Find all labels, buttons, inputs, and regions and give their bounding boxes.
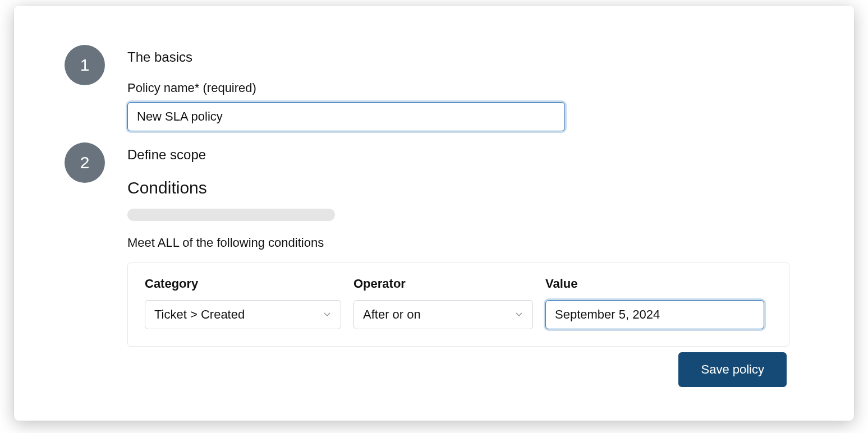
category-select[interactable]: Ticket > Created — [145, 300, 341, 329]
policy-name-input[interactable] — [127, 102, 565, 131]
category-header: Category — [145, 277, 341, 291]
step-basics: 1 The basics Policy name* (required) — [65, 45, 815, 131]
operator-header: Operator — [353, 277, 533, 291]
operator-select[interactable]: After or on — [353, 300, 533, 329]
step-2-body: Define scope Conditions Meet ALL of the … — [127, 142, 815, 347]
category-select-value: Ticket > Created — [154, 307, 245, 322]
condition-operator-column: Operator After or on — [353, 277, 533, 329]
operator-select-value: After or on — [363, 307, 421, 322]
condition-value-column: Value — [545, 277, 764, 329]
step-1-circle: 1 — [65, 45, 105, 85]
step-2-title: Define scope — [127, 147, 815, 163]
chevron-down-icon — [323, 310, 332, 320]
step-2-circle: 2 — [65, 142, 105, 183]
policy-name-label: Policy name* (required) — [127, 81, 815, 95]
condition-category-column: Category Ticket > Created — [145, 277, 341, 329]
save-policy-label: Save policy — [701, 362, 764, 376]
policy-form-page: 1 The basics Policy name* (required) 2 D… — [14, 6, 854, 421]
step-1-number: 1 — [80, 56, 90, 75]
step-1-indicator: 1 — [65, 45, 105, 85]
step-2-number: 2 — [80, 153, 90, 172]
step-scope: 2 Define scope Conditions Meet ALL of th… — [65, 142, 815, 347]
step-1-body: The basics Policy name* (required) — [127, 45, 815, 131]
value-input[interactable] — [545, 300, 764, 329]
step-2-indicator: 2 — [65, 142, 105, 183]
conditions-box: Category Ticket > Created Operator After… — [127, 262, 789, 347]
value-header: Value — [545, 277, 764, 291]
all-conditions-label: Meet ALL of the following conditions — [127, 236, 815, 250]
save-policy-button[interactable]: Save policy — [678, 352, 787, 387]
step-1-title: The basics — [127, 49, 815, 65]
placeholder-bar — [127, 209, 335, 221]
chevron-down-icon — [515, 310, 523, 320]
conditions-heading: Conditions — [127, 178, 815, 197]
form-footer: Save policy — [678, 352, 787, 387]
